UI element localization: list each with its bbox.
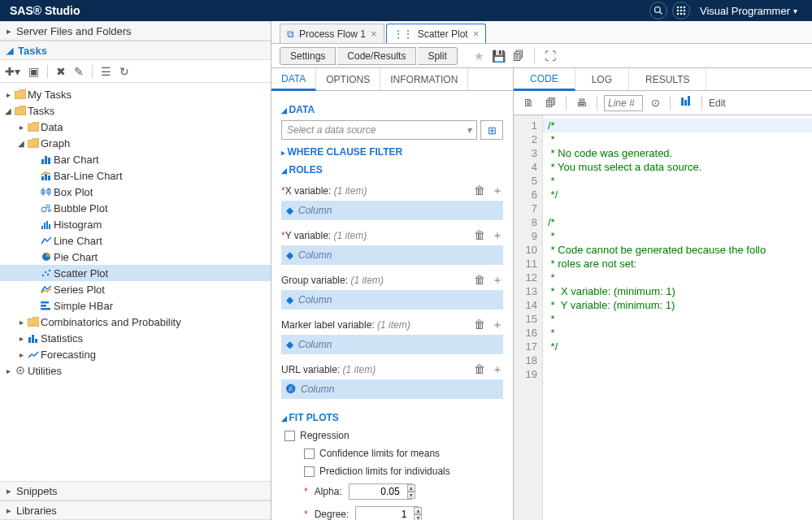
- opttab-information[interactable]: INFORMATION: [380, 68, 468, 90]
- section-data[interactable]: DATA: [281, 104, 503, 115]
- accordion-libraries[interactable]: ▸Libraries: [0, 500, 271, 520]
- svg-rect-12: [45, 156, 47, 164]
- tree-item[interactable]: Line Chart: [0, 232, 271, 249]
- svg-rect-33: [41, 301, 49, 304]
- view-bar: Settings Code/Results Split ★ 💾 🗐 ⛶: [271, 44, 812, 68]
- delete-icon[interactable]: 🗑: [474, 273, 485, 288]
- cb-pl-indiv[interactable]: Prediction limits for individuals: [281, 466, 503, 477]
- view-code-results[interactable]: Code/Results: [337, 47, 416, 65]
- tree-item[interactable]: Series Plot: [0, 281, 271, 297]
- print-icon[interactable]: 🖶: [573, 97, 590, 109]
- expand-icon[interactable]: ⛶: [541, 47, 559, 65]
- tree-item[interactable]: Box Plot: [0, 184, 271, 200]
- new-code-icon[interactable]: 🗎: [520, 97, 537, 109]
- svg-rect-15: [45, 174, 47, 180]
- folder-icon: [13, 89, 28, 99]
- delete-icon[interactable]: 🗑: [474, 184, 485, 198]
- tree-item[interactable]: Histogram: [0, 216, 271, 232]
- step-down-icon[interactable]: ▼: [414, 514, 422, 520]
- delete-icon[interactable]: 🗑: [474, 318, 485, 332]
- opttab-data[interactable]: DATA: [271, 68, 316, 91]
- tab-scatter-plot[interactable]: ⋮⋮Scatter Plot×: [386, 24, 487, 43]
- tree-item[interactable]: Bar-Line Chart: [0, 167, 271, 184]
- export-icon[interactable]: 🗐: [510, 47, 528, 65]
- tab-process-flow[interactable]: ⧉Process Flow 1×: [280, 24, 384, 43]
- tree-item[interactable]: ◢ Graph: [0, 135, 271, 151]
- section-roles[interactable]: ROLES: [281, 164, 503, 176]
- cb-cl-means[interactable]: Confidence limits for means: [281, 448, 503, 459]
- tree-item[interactable]: ▸ Data: [0, 119, 271, 135]
- role-column-slot[interactable]: ◆ Column: [281, 290, 503, 310]
- role-column-slot[interactable]: 🅐 Column: [281, 379, 503, 399]
- close-icon[interactable]: ×: [473, 28, 480, 40]
- accordion-server-files[interactable]: ▸Server Files and Folders: [0, 21, 271, 41]
- open-task-icon[interactable]: ▣: [28, 65, 39, 78]
- tree-item[interactable]: Bar Chart: [0, 151, 271, 167]
- properties-icon[interactable]: ☰: [101, 65, 111, 78]
- code-area[interactable]: /* * * No code was generated. * You must…: [543, 115, 812, 520]
- tree-item[interactable]: Bubble Plot: [0, 200, 271, 216]
- svg-rect-11: [41, 159, 44, 164]
- chart-icon: [26, 349, 41, 359]
- chart-icon: [39, 284, 54, 294]
- chart-icon: [39, 219, 54, 229]
- add-icon[interactable]: ＋: [492, 228, 503, 243]
- tree-item[interactable]: ▸ Forecasting: [0, 346, 271, 362]
- save-icon[interactable]: 💾: [490, 47, 508, 65]
- delete-icon[interactable]: 🗑: [474, 362, 485, 377]
- apps-icon[interactable]: [672, 2, 690, 20]
- tree-item[interactable]: Simple HBar: [0, 297, 271, 314]
- delete-icon[interactable]: ✖: [56, 65, 66, 78]
- tree-item[interactable]: ▸ Combinatorics and Probability: [0, 314, 271, 330]
- goto-icon[interactable]: ⊙: [648, 97, 663, 109]
- view-split[interactable]: Split: [418, 47, 457, 65]
- tree-item[interactable]: Pie Chart: [0, 249, 271, 265]
- opttab-options[interactable]: OPTIONS: [316, 68, 380, 90]
- svg-point-30: [45, 271, 46, 273]
- section-where[interactable]: WHERE CLAUSE FILTER: [281, 146, 503, 158]
- step-up-icon[interactable]: ▲: [414, 507, 422, 514]
- search-icon[interactable]: [649, 2, 667, 20]
- browse-table-icon[interactable]: ⊞: [480, 120, 503, 140]
- svg-point-32: [49, 270, 50, 271]
- step-down-icon[interactable]: ▼: [407, 492, 415, 499]
- svg-point-8: [677, 13, 680, 15]
- data-source-select[interactable]: Select a data source▾: [281, 120, 477, 140]
- role-column-slot[interactable]: ◆ Column: [281, 335, 503, 354]
- role-column-slot[interactable]: ◆ Column: [281, 245, 503, 265]
- codetab-code[interactable]: CODE: [514, 68, 575, 91]
- view-settings[interactable]: Settings: [280, 47, 336, 65]
- refresh-icon[interactable]: ↻: [119, 65, 129, 78]
- add-icon[interactable]: ＋: [492, 362, 503, 377]
- tree-item[interactable]: ◢ Tasks: [0, 102, 271, 119]
- close-icon[interactable]: ×: [371, 28, 377, 40]
- scatter-icon: ⋮⋮: [393, 28, 413, 40]
- alpha-input[interactable]: [349, 483, 412, 500]
- add-icon[interactable]: ＋: [492, 184, 503, 198]
- copy-icon[interactable]: 🗐: [542, 97, 559, 109]
- section-fitplots[interactable]: FIT PLOTS: [281, 412, 503, 423]
- format-icon[interactable]: [677, 96, 695, 110]
- chart-icon: [39, 236, 54, 245]
- accordion-tasks[interactable]: ◢Tasks: [0, 41, 271, 60]
- codetab-results[interactable]: RESULTS: [629, 68, 706, 90]
- tree-item[interactable]: Scatter Plot: [0, 265, 271, 281]
- role-column-slot[interactable]: ◆ Column: [281, 201, 503, 220]
- codetab-log[interactable]: LOG: [575, 68, 629, 90]
- degree-input[interactable]: [355, 506, 419, 520]
- svg-rect-25: [44, 223, 46, 229]
- cb-regression[interactable]: Regression: [281, 430, 503, 441]
- edit-icon[interactable]: ✎: [74, 65, 84, 78]
- tree-item[interactable]: ▸ Utilities: [0, 362, 271, 379]
- tree-item[interactable]: ▸ Statistics: [0, 330, 271, 346]
- accordion-snippets[interactable]: ▸Snippets: [0, 481, 271, 500]
- delete-icon[interactable]: 🗑: [474, 228, 485, 243]
- new-task-icon[interactable]: ✚▾: [5, 65, 20, 78]
- add-icon[interactable]: ＋: [492, 318, 503, 332]
- add-icon[interactable]: ＋: [492, 273, 503, 288]
- tree-item[interactable]: ▸ My Tasks: [0, 86, 271, 102]
- visual-programmer-menu[interactable]: Visual Programmer: [695, 5, 802, 17]
- step-up-icon[interactable]: ▲: [407, 484, 415, 492]
- edit-button[interactable]: Edit: [709, 98, 726, 109]
- line-number-input[interactable]: [604, 95, 643, 111]
